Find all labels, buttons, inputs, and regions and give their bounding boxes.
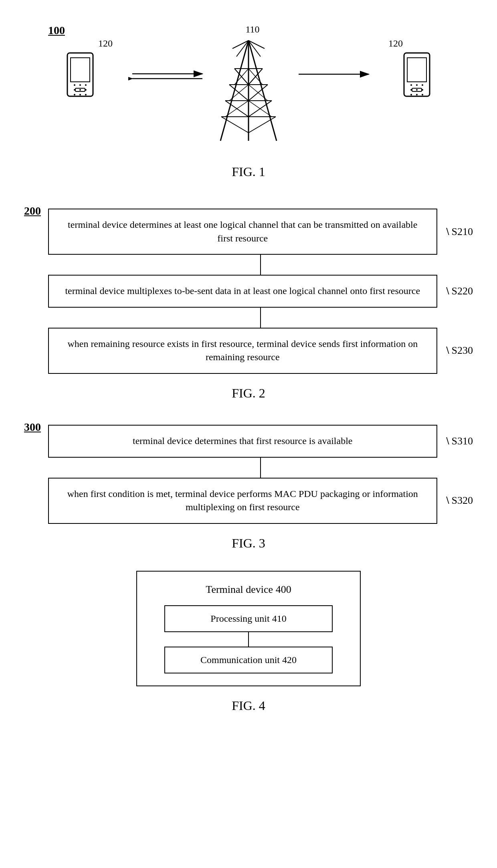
flow-box-s220: terminal device multiplexes to-be-sent d… <box>48 275 437 308</box>
s220-tick: ∖ <box>444 286 450 296</box>
phone-right-icon <box>401 52 433 102</box>
fig2-flowchart: terminal device determines at least one … <box>48 209 473 374</box>
s320-label: ∖ S320 <box>444 495 473 507</box>
s220-id: S220 <box>452 285 473 297</box>
fig3-caption: FIG. 3 <box>24 536 473 551</box>
s220-label: ∖ S220 <box>444 285 473 297</box>
fig2-section: 200 terminal device determines at least … <box>24 205 473 401</box>
s210-label: ∖ S210 <box>444 226 473 238</box>
page: 100 120 <box>0 0 497 749</box>
terminal-device-box: Terminal device 400 Processing unit 410 … <box>136 571 361 686</box>
phone-right-label: 120 <box>388 38 403 49</box>
flow-step-s210: terminal device determines at least one … <box>48 209 473 255</box>
svg-point-40 <box>410 84 412 86</box>
tower-label: 110 <box>216 24 289 35</box>
flow-box-s310: terminal device determines that first re… <box>48 425 437 458</box>
svg-point-48 <box>422 94 423 95</box>
fig2-section-number: 200 <box>24 205 41 217</box>
svg-point-46 <box>410 94 412 95</box>
s230-id: S230 <box>452 345 473 357</box>
flow-box-s230: when remaining resource exists in first … <box>48 328 437 374</box>
s310-text: terminal device determines that first re… <box>133 436 352 446</box>
svg-point-6 <box>74 89 75 91</box>
svg-line-14 <box>248 41 277 141</box>
flow-step-s320: when first condition is met, terminal de… <box>48 478 473 524</box>
fig4-section: Terminal device 400 Processing unit 410 … <box>24 571 473 713</box>
processing-unit-box: Processing unit 410 <box>164 605 333 632</box>
svg-point-45 <box>422 89 423 91</box>
svg-line-13 <box>220 41 248 141</box>
fig2-caption: FIG. 2 <box>24 386 473 401</box>
fig1-section: 100 120 <box>24 24 473 201</box>
s210-id: S210 <box>452 226 473 238</box>
svg-rect-38 <box>407 58 426 82</box>
s220-text: terminal device multiplexes to-be-sent d… <box>65 286 420 296</box>
s210-text: terminal device determines at least one … <box>68 219 417 243</box>
fig4-caption: FIG. 4 <box>24 698 473 713</box>
flow-step-s230: when remaining resource exists in first … <box>48 328 473 374</box>
communication-unit-label: Communication unit 420 <box>200 655 297 665</box>
svg-point-43 <box>410 89 412 91</box>
fig1-diagram: 120 <box>24 24 473 160</box>
s310-label: ∖ S310 <box>444 435 473 447</box>
s310-id: S310 <box>452 435 473 447</box>
communication-unit-box: Communication unit 420 <box>164 647 333 673</box>
svg-point-10 <box>79 94 81 95</box>
fig3-flowchart: terminal device determines that first re… <box>48 425 473 524</box>
connector-3 <box>260 458 261 478</box>
svg-rect-1 <box>71 58 90 82</box>
s320-tick: ∖ <box>444 495 450 506</box>
processing-unit-label: Processing unit 410 <box>210 613 286 624</box>
svg-point-9 <box>74 94 75 95</box>
svg-point-3 <box>74 84 75 86</box>
svg-point-7 <box>79 89 81 91</box>
flow-step-s310: terminal device determines that first re… <box>48 425 473 458</box>
svg-point-44 <box>416 89 418 91</box>
fig1-caption: FIG. 1 <box>24 164 473 179</box>
connector-2 <box>260 308 261 328</box>
flow-box-s210: terminal device determines at least one … <box>48 209 437 255</box>
inner-connector <box>248 632 249 647</box>
svg-point-8 <box>85 89 87 91</box>
fig3-section: 300 terminal device determines that firs… <box>24 421 473 551</box>
flow-step-s220: terminal device multiplexes to-be-sent d… <box>48 275 473 308</box>
s210-tick: ∖ <box>444 227 450 237</box>
terminal-device-title: Terminal device 400 <box>206 584 291 596</box>
fig4-wrapper: Terminal device 400 Processing unit 410 … <box>24 571 473 686</box>
s230-text: when remaining resource exists in first … <box>67 339 418 363</box>
svg-point-5 <box>85 84 87 86</box>
flow-box-s320: when first condition is met, terminal de… <box>48 478 437 524</box>
phone-left-icon <box>64 52 96 102</box>
svg-point-41 <box>416 84 418 86</box>
arrow-right-icon <box>295 68 375 80</box>
svg-point-47 <box>416 94 418 95</box>
phone-left-label: 120 <box>98 38 113 49</box>
s230-tick: ∖ <box>444 345 450 356</box>
s310-tick: ∖ <box>444 436 450 446</box>
s320-text: when first condition is met, terminal de… <box>67 489 418 513</box>
fig3-section-number: 300 <box>24 421 41 434</box>
arrow-left-icon <box>128 68 208 84</box>
svg-point-42 <box>422 84 423 86</box>
s320-id: S320 <box>452 495 473 507</box>
svg-point-4 <box>79 84 81 86</box>
svg-point-11 <box>85 94 87 95</box>
s230-label: ∖ S230 <box>444 345 473 357</box>
connector-1 <box>260 255 261 275</box>
tower-icon: 110 <box>208 24 289 150</box>
